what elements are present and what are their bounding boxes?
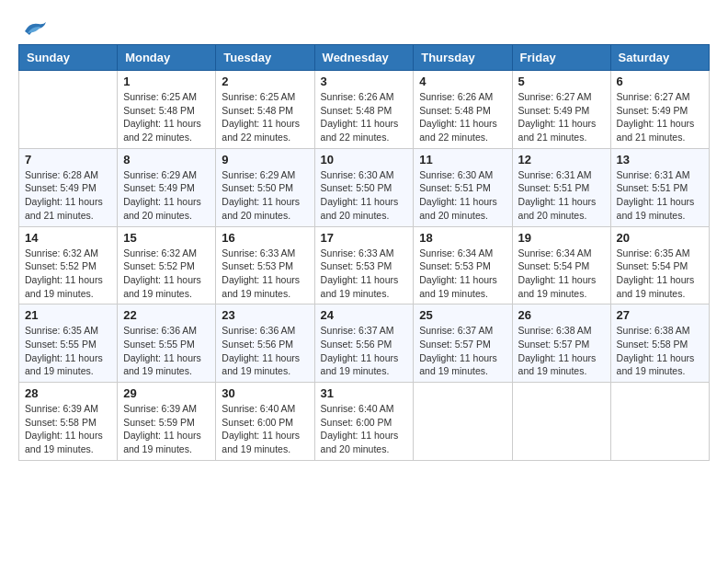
day-info: Sunrise: 6:30 AM Sunset: 5:50 PM Dayligh…: [321, 168, 408, 223]
calendar-header-row: SundayMondayTuesdayWednesdayThursdayFrid…: [19, 45, 710, 71]
day-number: 26: [518, 308, 605, 322]
calendar-week-row: 14Sunrise: 6:32 AM Sunset: 5:52 PM Dayli…: [19, 226, 710, 304]
day-number: 22: [123, 308, 210, 322]
calendar-cell: 11Sunrise: 6:30 AM Sunset: 5:51 PM Dayli…: [414, 148, 512, 226]
calendar-cell: 28Sunrise: 6:39 AM Sunset: 5:58 PM Dayli…: [19, 383, 118, 461]
day-header-friday: Friday: [512, 45, 610, 71]
day-info: Sunrise: 6:26 AM Sunset: 5:48 PM Dayligh…: [419, 90, 506, 144]
calendar-cell: 29Sunrise: 6:39 AM Sunset: 5:59 PM Dayli…: [118, 383, 216, 461]
header: [18, 18, 710, 35]
day-info: Sunrise: 6:39 AM Sunset: 5:59 PM Dayligh…: [123, 402, 210, 456]
calendar-cell: 3Sunrise: 6:26 AM Sunset: 5:48 PM Daylig…: [314, 71, 414, 149]
day-number: 25: [419, 308, 506, 322]
calendar-cell: 4Sunrise: 6:26 AM Sunset: 5:48 PM Daylig…: [414, 71, 512, 149]
calendar-cell: 31Sunrise: 6:40 AM Sunset: 6:00 PM Dayli…: [314, 383, 414, 461]
day-header-monday: Monday: [118, 45, 216, 71]
day-info: Sunrise: 6:28 AM Sunset: 5:49 PM Dayligh…: [25, 168, 111, 223]
calendar-cell: 2Sunrise: 6:25 AM Sunset: 5:48 PM Daylig…: [216, 71, 314, 149]
calendar-cell: 19Sunrise: 6:34 AM Sunset: 5:54 PM Dayli…: [512, 226, 610, 304]
calendar-cell: 26Sunrise: 6:38 AM Sunset: 5:57 PM Dayli…: [512, 304, 610, 383]
day-info: Sunrise: 6:29 AM Sunset: 5:50 PM Dayligh…: [222, 168, 308, 223]
calendar-week-row: 1Sunrise: 6:25 AM Sunset: 5:48 PM Daylig…: [19, 71, 710, 149]
day-number: 15: [123, 231, 210, 245]
day-number: 30: [222, 386, 308, 400]
calendar-cell: [610, 383, 709, 461]
calendar-cell: 17Sunrise: 6:33 AM Sunset: 5:53 PM Dayli…: [314, 226, 414, 304]
calendar-cell: 20Sunrise: 6:35 AM Sunset: 5:54 PM Dayli…: [610, 226, 709, 304]
day-info: Sunrise: 6:38 AM Sunset: 5:58 PM Dayligh…: [617, 324, 703, 378]
day-info: Sunrise: 6:27 AM Sunset: 5:49 PM Dayligh…: [518, 90, 605, 144]
calendar-cell: 25Sunrise: 6:37 AM Sunset: 5:57 PM Dayli…: [414, 304, 512, 383]
day-info: Sunrise: 6:26 AM Sunset: 5:48 PM Dayligh…: [321, 90, 408, 144]
day-info: Sunrise: 6:34 AM Sunset: 5:54 PM Dayligh…: [518, 247, 605, 301]
day-header-wednesday: Wednesday: [314, 45, 414, 71]
calendar-week-row: 28Sunrise: 6:39 AM Sunset: 5:58 PM Dayli…: [19, 383, 710, 461]
day-info: Sunrise: 6:25 AM Sunset: 5:48 PM Dayligh…: [222, 90, 308, 144]
day-number: 2: [222, 75, 308, 88]
day-number: 17: [321, 231, 408, 245]
day-number: 18: [419, 231, 506, 245]
day-info: Sunrise: 6:29 AM Sunset: 5:49 PM Dayligh…: [123, 168, 210, 223]
day-number: 12: [518, 153, 605, 167]
calendar-cell: 30Sunrise: 6:40 AM Sunset: 6:00 PM Dayli…: [216, 383, 314, 461]
day-number: 7: [25, 153, 111, 167]
calendar-cell: 10Sunrise: 6:30 AM Sunset: 5:50 PM Dayli…: [314, 148, 414, 226]
day-number: 20: [617, 231, 703, 245]
day-number: 1: [123, 75, 210, 88]
calendar-cell: 8Sunrise: 6:29 AM Sunset: 5:49 PM Daylig…: [118, 148, 216, 226]
day-number: 8: [123, 153, 210, 167]
calendar-cell: 1Sunrise: 6:25 AM Sunset: 5:48 PM Daylig…: [118, 71, 216, 149]
day-info: Sunrise: 6:36 AM Sunset: 5:55 PM Dayligh…: [123, 324, 210, 378]
day-number: 27: [617, 308, 703, 322]
day-number: 21: [25, 308, 111, 322]
logo: [18, 18, 48, 35]
day-number: 10: [321, 153, 408, 167]
calendar-cell: 27Sunrise: 6:38 AM Sunset: 5:58 PM Dayli…: [610, 304, 709, 383]
calendar-cell: 13Sunrise: 6:31 AM Sunset: 5:51 PM Dayli…: [610, 148, 709, 226]
day-info: Sunrise: 6:33 AM Sunset: 5:53 PM Dayligh…: [321, 247, 408, 301]
day-number: 3: [321, 75, 408, 88]
day-info: Sunrise: 6:32 AM Sunset: 5:52 PM Dayligh…: [25, 247, 111, 301]
day-number: 4: [419, 75, 506, 88]
day-info: Sunrise: 6:35 AM Sunset: 5:55 PM Dayligh…: [25, 324, 111, 378]
calendar-cell: 16Sunrise: 6:33 AM Sunset: 5:53 PM Dayli…: [216, 226, 314, 304]
day-number: 14: [25, 231, 111, 245]
day-number: 23: [222, 308, 308, 322]
calendar-cell: 22Sunrise: 6:36 AM Sunset: 5:55 PM Dayli…: [118, 304, 216, 383]
calendar-cell: 15Sunrise: 6:32 AM Sunset: 5:52 PM Dayli…: [118, 226, 216, 304]
day-number: 29: [123, 386, 210, 400]
day-info: Sunrise: 6:38 AM Sunset: 5:57 PM Dayligh…: [518, 324, 605, 378]
page: SundayMondayTuesdayWednesdayThursdayFrid…: [0, 0, 728, 470]
day-info: Sunrise: 6:37 AM Sunset: 5:56 PM Dayligh…: [321, 324, 408, 378]
day-number: 13: [617, 153, 703, 167]
calendar-cell: 14Sunrise: 6:32 AM Sunset: 5:52 PM Dayli…: [19, 226, 118, 304]
logo-bird-icon: [20, 18, 48, 39]
day-header-saturday: Saturday: [610, 45, 709, 71]
day-info: Sunrise: 6:34 AM Sunset: 5:53 PM Dayligh…: [419, 247, 506, 301]
day-info: Sunrise: 6:36 AM Sunset: 5:56 PM Dayligh…: [222, 324, 308, 378]
day-info: Sunrise: 6:31 AM Sunset: 5:51 PM Dayligh…: [518, 168, 605, 223]
day-info: Sunrise: 6:32 AM Sunset: 5:52 PM Dayligh…: [123, 247, 210, 301]
calendar-table: SundayMondayTuesdayWednesdayThursdayFrid…: [18, 44, 710, 461]
day-info: Sunrise: 6:37 AM Sunset: 5:57 PM Dayligh…: [419, 324, 506, 378]
day-info: Sunrise: 6:40 AM Sunset: 6:00 PM Dayligh…: [222, 402, 308, 456]
calendar-cell: 18Sunrise: 6:34 AM Sunset: 5:53 PM Dayli…: [414, 226, 512, 304]
day-header-tuesday: Tuesday: [216, 45, 314, 71]
day-info: Sunrise: 6:35 AM Sunset: 5:54 PM Dayligh…: [617, 247, 703, 301]
calendar-cell: 21Sunrise: 6:35 AM Sunset: 5:55 PM Dayli…: [19, 304, 118, 383]
calendar-cell: 12Sunrise: 6:31 AM Sunset: 5:51 PM Dayli…: [512, 148, 610, 226]
calendar-week-row: 7Sunrise: 6:28 AM Sunset: 5:49 PM Daylig…: [19, 148, 710, 226]
day-header-thursday: Thursday: [414, 45, 512, 71]
calendar-cell: [414, 383, 512, 461]
day-info: Sunrise: 6:40 AM Sunset: 6:00 PM Dayligh…: [321, 402, 408, 456]
day-number: 28: [25, 386, 111, 400]
day-info: Sunrise: 6:31 AM Sunset: 5:51 PM Dayligh…: [617, 168, 703, 223]
day-info: Sunrise: 6:25 AM Sunset: 5:48 PM Dayligh…: [123, 90, 210, 144]
calendar-cell: 6Sunrise: 6:27 AM Sunset: 5:49 PM Daylig…: [610, 71, 709, 149]
calendar-cell: 7Sunrise: 6:28 AM Sunset: 5:49 PM Daylig…: [19, 148, 118, 226]
calendar-cell: 5Sunrise: 6:27 AM Sunset: 5:49 PM Daylig…: [512, 71, 610, 149]
calendar-cell: 23Sunrise: 6:36 AM Sunset: 5:56 PM Dayli…: [216, 304, 314, 383]
day-info: Sunrise: 6:39 AM Sunset: 5:58 PM Dayligh…: [25, 402, 111, 456]
day-number: 9: [222, 153, 308, 167]
calendar-cell: 9Sunrise: 6:29 AM Sunset: 5:50 PM Daylig…: [216, 148, 314, 226]
